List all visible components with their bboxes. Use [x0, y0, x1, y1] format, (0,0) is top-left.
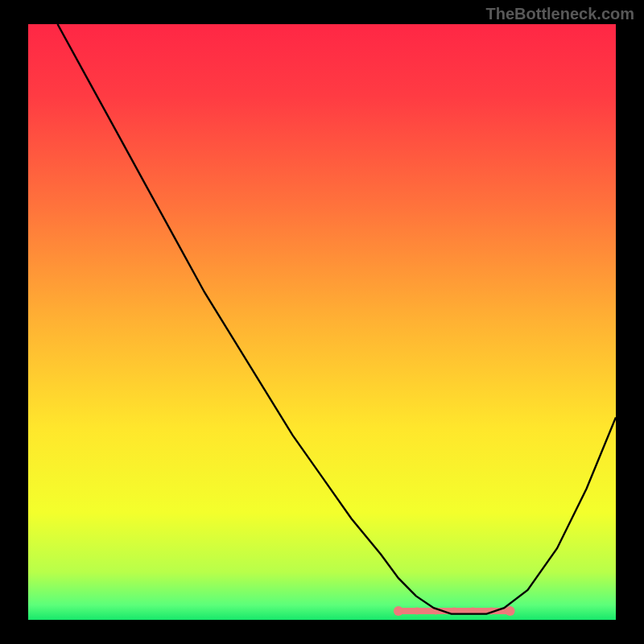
svg-point-2	[506, 606, 515, 616]
watermark-text: TheBottleneck.com	[486, 5, 634, 23]
bottleneck-chart	[28, 24, 616, 620]
svg-point-3	[414, 607, 421, 614]
chart-svg	[28, 24, 616, 620]
gradient-background	[28, 24, 616, 620]
svg-point-1	[394, 606, 403, 616]
